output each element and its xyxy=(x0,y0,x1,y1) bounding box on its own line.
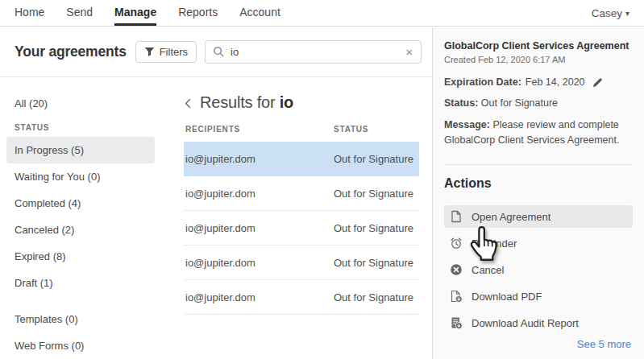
user-menu[interactable]: Casey ▾ xyxy=(592,0,629,26)
table-row[interactable]: io@jupiter.dom Out for Signature xyxy=(184,280,419,315)
status-value: Out for Signature xyxy=(481,97,558,109)
action-label: Reminder xyxy=(472,237,517,250)
agreement-created-date: Created Feb 12, 2020 6:17 AM xyxy=(444,55,633,64)
alarm-clock-icon xyxy=(450,237,463,250)
recipient-cell: io@jupiter.dom xyxy=(185,291,334,303)
download-audit-report-icon xyxy=(450,316,463,329)
results-table-header: RECIPIENTS STATUS xyxy=(184,122,419,142)
sidebar-item-expired[interactable]: Expired (8) xyxy=(6,243,155,270)
agreements-body: All (20) STATUS In Progress (5) Waiting … xyxy=(0,77,432,359)
pencil-icon xyxy=(592,77,603,88)
document-icon xyxy=(450,210,463,223)
column-header-recipients: RECIPIENTS xyxy=(185,125,334,134)
top-nav: Home Send Manage Reports Account Casey ▾ xyxy=(0,0,644,27)
action-download-pdf[interactable]: Download PDF xyxy=(444,285,633,307)
filter-funnel-icon xyxy=(144,47,155,57)
download-pdf-icon xyxy=(450,290,463,303)
nav-item-send[interactable]: Send xyxy=(66,0,93,26)
table-row[interactable]: io@jupiter.dom Out for Signature xyxy=(184,142,419,176)
search-results: Results for io RECIPIENTS STATUS io@jupi… xyxy=(169,77,432,359)
cancel-circle-icon xyxy=(450,263,463,276)
expiration-line: Expiration Date: Feb 14, 2020 xyxy=(444,76,633,89)
sidebar-item-templates[interactable]: Templates (0) xyxy=(6,306,155,332)
recipient-cell: io@jupiter.dom xyxy=(185,188,334,200)
main-area: Your agreements Filters × All (20) ST xyxy=(0,27,644,359)
nav-item-reports[interactable]: Reports xyxy=(178,0,218,26)
recipient-cell: io@jupiter.dom xyxy=(185,222,334,234)
sidebar-item-web-forms[interactable]: Web Forms (0) xyxy=(6,332,155,359)
nav-item-account[interactable]: Account xyxy=(239,0,280,26)
sidebar-item-completed[interactable]: Completed (4) xyxy=(6,190,155,217)
back-button[interactable] xyxy=(184,96,192,109)
edit-expiration-button[interactable] xyxy=(592,77,603,88)
results-heading-text: Results for io xyxy=(200,93,293,112)
nav-spacer xyxy=(302,0,592,26)
results-heading: Results for io xyxy=(184,93,419,112)
nav-item-home[interactable]: Home xyxy=(15,0,44,26)
actions-list: Open Agreement Reminder Cancel xyxy=(444,205,633,350)
user-name: Casey xyxy=(592,1,622,26)
table-row[interactable]: io@jupiter.dom Out for Signature xyxy=(184,176,419,211)
filters-label: Filters xyxy=(160,46,188,58)
table-row[interactable]: io@jupiter.dom Out for Signature xyxy=(184,211,419,246)
clear-search-icon[interactable]: × xyxy=(405,44,413,60)
agreement-title: GlobalCorp Client Services Agreement xyxy=(444,40,633,52)
message-line: Message: Please review and complete Glob… xyxy=(444,118,633,148)
sidebar-item-in-progress[interactable]: In Progress (5) xyxy=(6,137,155,163)
actions-title: Actions xyxy=(444,176,633,191)
see-more-link[interactable]: See 5 more xyxy=(444,338,633,350)
panel-divider xyxy=(444,164,633,165)
action-reminder[interactable]: Reminder xyxy=(444,232,633,254)
action-label: Cancel xyxy=(472,264,504,276)
column-header-status: STATUS xyxy=(334,125,368,134)
nav-item-manage[interactable]: Manage xyxy=(114,0,156,26)
status-cell: Out for Signature xyxy=(334,257,413,269)
agreements-pane: Your agreements Filters × All (20) ST xyxy=(0,27,433,359)
status-sidebar: All (20) STATUS In Progress (5) Waiting … xyxy=(0,77,169,359)
agreement-detail-panel: GlobalCorp Client Services Agreement Cre… xyxy=(433,27,644,359)
action-cancel[interactable]: Cancel xyxy=(444,258,633,281)
recipient-cell: io@jupiter.dom xyxy=(185,153,334,165)
status-cell: Out for Signature xyxy=(334,153,413,165)
expiration-value: Feb 14, 2020 xyxy=(526,76,585,89)
chevron-down-icon: ▾ xyxy=(625,1,629,26)
message-label: Message: xyxy=(444,119,490,130)
agreements-header: Your agreements Filters × xyxy=(0,27,432,77)
results-heading-term: io xyxy=(280,93,293,111)
search-box: × xyxy=(205,40,422,64)
sidebar-section-status: STATUS xyxy=(6,117,169,137)
search-icon xyxy=(213,46,225,58)
status-cell: Out for Signature xyxy=(334,291,413,303)
page-title: Your agreements xyxy=(15,43,127,60)
sidebar-item-draft[interactable]: Draft (1) xyxy=(6,270,155,296)
status-cell: Out for Signature xyxy=(334,188,413,200)
filters-button[interactable]: Filters xyxy=(135,41,197,63)
table-row[interactable]: io@jupiter.dom Out for Signature xyxy=(184,246,419,280)
sidebar-item-waiting-for-you[interactable]: Waiting for You (0) xyxy=(6,163,155,190)
status-cell: Out for Signature xyxy=(334,222,413,234)
sidebar-item-canceled[interactable]: Canceled (2) xyxy=(6,217,155,243)
action-label: Download PDF xyxy=(472,291,542,303)
recipient-cell: io@jupiter.dom xyxy=(185,257,334,269)
action-download-audit-report[interactable]: Download Audit Report xyxy=(444,312,633,334)
action-label: Download Audit Report xyxy=(472,317,579,329)
results-table: RECIPIENTS STATUS io@jupiter.dom Out for… xyxy=(184,122,419,315)
status-line: Status: Out for Signature xyxy=(444,97,633,109)
status-label: Status: xyxy=(444,97,478,109)
action-open-agreement[interactable]: Open Agreement xyxy=(444,205,633,228)
action-label: Open Agreement xyxy=(472,211,551,223)
sidebar-item-all[interactable]: All (20) xyxy=(6,90,155,117)
expiration-label: Expiration Date: xyxy=(444,76,521,89)
search-input[interactable] xyxy=(231,46,405,58)
chevron-left-icon xyxy=(184,97,192,109)
results-heading-prefix: Results for xyxy=(200,93,275,111)
